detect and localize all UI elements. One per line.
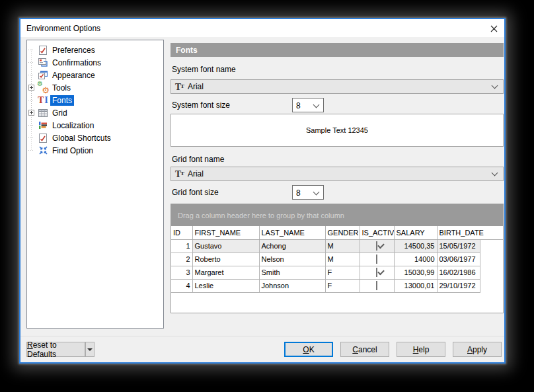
- cell-last-name: Johnson: [259, 279, 325, 292]
- footer-divider: [20, 336, 504, 336]
- truetype-icon: TT: [175, 169, 184, 178]
- cell-gender: M: [325, 253, 360, 266]
- cell-first-name: Margaret: [192, 266, 259, 279]
- sidebar-item-tools[interactable]: ⚙ ⚙ Tools: [27, 81, 163, 94]
- reset-to-defaults-button[interactable]: Reset to Defaults: [26, 342, 85, 357]
- grid-icon: [38, 108, 48, 118]
- cell-id: 4: [171, 279, 192, 292]
- table-header-row: ID FIRST_NAME LAST_NAME GENDER IS_ACTIVE…: [171, 226, 503, 239]
- checkbox[interactable]: [376, 281, 377, 290]
- column-header-is-active[interactable]: IS_ACTIVE: [360, 226, 394, 239]
- cell-birth-date: 29/10/1972: [437, 279, 480, 292]
- cancel-label: Cancel: [352, 345, 377, 354]
- group-by-hint: Drag a column header here to group by th…: [178, 212, 344, 219]
- cell-filler: [480, 279, 503, 292]
- chevron-down-icon: [492, 83, 498, 89]
- tree-item-label: Appearance: [50, 70, 97, 81]
- grid-font-name-value: Arial: [188, 169, 204, 178]
- grid-font-size-value: 8: [296, 188, 301, 198]
- tree-item-label: Find Option: [50, 145, 95, 156]
- cell-filler: [480, 239, 503, 253]
- localization-icon: [38, 120, 48, 130]
- column-header-gender[interactable]: GENDER: [325, 226, 360, 239]
- tree-item-label: Tools: [50, 83, 73, 93]
- cell-first-name: Roberto: [192, 253, 259, 266]
- sample-text: Sample Text 12345: [306, 126, 368, 134]
- cell-is-active: [360, 253, 394, 266]
- preview-table: ID FIRST_NAME LAST_NAME GENDER IS_ACTIVE…: [171, 226, 503, 293]
- sidebar-item-confirmations[interactable]: Confirmations: [27, 56, 163, 69]
- chevron-down-icon: [313, 189, 320, 196]
- column-header-salary[interactable]: SALARY: [394, 226, 437, 239]
- section-title: Fonts: [176, 46, 198, 55]
- grid-font-size-combobox[interactable]: 8: [292, 185, 324, 200]
- checkbox[interactable]: [376, 241, 377, 251]
- reset-to-defaults-label: Reset to Defaults: [27, 340, 85, 359]
- cell-gender: F: [325, 279, 360, 292]
- sidebar-item-grid[interactable]: Grid: [27, 106, 163, 119]
- cell-is-active: [360, 266, 394, 279]
- checkbox[interactable]: [376, 268, 377, 277]
- sidebar-item-preferences[interactable]: Preferences: [27, 44, 163, 56]
- cell-id: 2: [171, 253, 192, 266]
- cell-last-name: Nelson: [259, 253, 325, 266]
- apply-button[interactable]: Apply: [453, 342, 502, 357]
- preferences-icon: [38, 45, 48, 55]
- appearance-icon: [38, 70, 48, 80]
- column-header-birth-date[interactable]: BIRTH_DATE: [437, 226, 480, 239]
- chevron-down-icon: [492, 170, 498, 176]
- truetype-icon: TT: [175, 82, 184, 91]
- reset-dropdown-arrow-icon[interactable]: [85, 342, 95, 357]
- column-header-id[interactable]: ID: [171, 226, 192, 239]
- cell-salary: 13000,01: [394, 279, 437, 292]
- cell-last-name: Smith: [259, 266, 325, 279]
- grid-font-preview: Drag a column header here to group by th…: [171, 204, 504, 313]
- system-font-size-combobox[interactable]: 8: [292, 98, 324, 112]
- help-button[interactable]: Help: [397, 342, 445, 357]
- environment-options-dialog: Environment Options Preferences Confirma…: [19, 18, 506, 364]
- cell-salary: 14500,35: [394, 239, 437, 253]
- cell-first-name: Leslie: [192, 279, 259, 292]
- cancel-button[interactable]: Cancel: [340, 342, 389, 357]
- section-header-fonts: Fonts: [171, 43, 504, 57]
- grid-font-name-combobox[interactable]: TT Arial: [171, 167, 504, 181]
- global-shortcuts-icon: [38, 133, 48, 143]
- sidebar-item-localization[interactable]: Localization: [27, 119, 163, 132]
- sidebar-item-appearance[interactable]: Appearance: [27, 69, 163, 81]
- sidebar-item-global-shortcuts[interactable]: Global Shortcuts: [27, 132, 163, 144]
- table-row[interactable]: 1 Gustavo Achong M 14500,35 15/05/1972: [171, 239, 503, 253]
- ok-button[interactable]: OK: [284, 342, 333, 357]
- chevron-down-icon: [313, 102, 320, 108]
- grid-body: 1 Gustavo Achong M 14500,35 15/05/1972 2…: [171, 239, 503, 292]
- close-icon[interactable]: [488, 23, 499, 34]
- tree-item-label: Localization: [50, 120, 96, 131]
- cell-is-active: [360, 279, 394, 292]
- tools-icon: ⚙ ⚙: [38, 83, 48, 93]
- cell-filler: [480, 253, 503, 266]
- sidebar-item-fonts[interactable]: TI Fonts: [27, 94, 163, 106]
- system-font-name-label: System font name: [172, 65, 236, 74]
- cell-salary: 14000: [394, 253, 437, 266]
- column-header-first-name[interactable]: FIRST_NAME: [192, 226, 259, 239]
- sidebar-item-find-option[interactable]: Find Option: [27, 144, 163, 157]
- expand-plus-icon[interactable]: [28, 85, 34, 91]
- cell-is-active: [360, 239, 394, 253]
- tree-item-label: Preferences: [50, 45, 97, 56]
- cell-filler: [480, 266, 503, 279]
- cell-gender: M: [325, 239, 360, 253]
- checkbox[interactable]: [376, 255, 377, 264]
- table-row[interactable]: 4 Leslie Johnson F 13000,01 29/10/1972: [171, 279, 503, 292]
- system-font-name-combobox[interactable]: TT Arial: [171, 79, 504, 94]
- cell-salary: 15030,99: [394, 266, 437, 279]
- cell-birth-date: 03/06/1977: [437, 253, 480, 266]
- tree-item-label: Fonts: [50, 95, 74, 106]
- column-header-last-name[interactable]: LAST_NAME: [259, 226, 325, 239]
- table-row[interactable]: 2 Roberto Nelson M 14000 03/06/1977: [171, 253, 503, 266]
- group-by-panel[interactable]: Drag a column header here to group by th…: [171, 204, 503, 226]
- options-tree: Preferences Confirmations Appearance ⚙ ⚙…: [26, 40, 164, 329]
- help-label: Help: [413, 345, 430, 354]
- table-row[interactable]: 3 Margaret Smith F 15030,99 16/02/1986: [171, 266, 503, 279]
- ok-label: OK: [303, 345, 314, 354]
- confirmations-icon: [38, 58, 48, 67]
- expand-plus-icon[interactable]: [28, 110, 34, 116]
